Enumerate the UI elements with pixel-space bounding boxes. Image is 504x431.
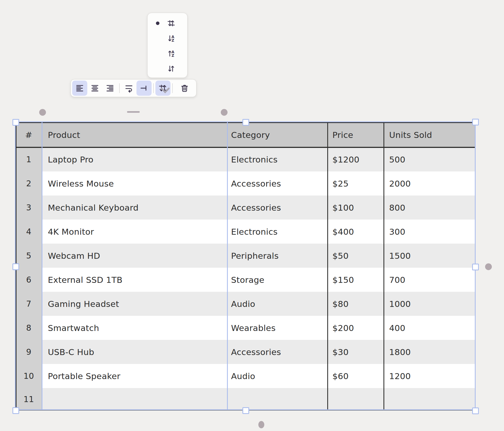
align-right-icon — [105, 84, 115, 93]
table-cell[interactable] — [227, 388, 328, 410]
table-cell[interactable]: Accessories — [227, 340, 328, 364]
table-cell[interactable]: Webcam HD — [42, 244, 227, 268]
table-column-toolbar — [71, 79, 196, 97]
resize-handle-top-left[interactable] — [12, 119, 19, 126]
table-cell[interactable]: Storage — [227, 268, 328, 292]
table-cell[interactable]: $30 — [328, 340, 384, 364]
table-cell[interactable]: Laptop Pro — [42, 147, 227, 171]
table-cell[interactable]: 4K Monitor — [42, 220, 227, 244]
table-cell[interactable]: Accessories — [227, 171, 328, 195]
row-number-cell[interactable]: 8 — [16, 316, 42, 340]
table-cell[interactable]: Audio — [227, 292, 328, 316]
sort-menu-item-reverse-order[interactable] — [148, 61, 187, 76]
selected-column-left-edge — [42, 122, 42, 410]
table-cell[interactable]: Peripherals — [227, 244, 328, 268]
row-number-cell[interactable]: 5 — [16, 244, 42, 268]
table-cell[interactable]: Electronics — [227, 220, 328, 244]
sort-menu-item-sort-descending[interactable]: AZ — [148, 46, 187, 61]
sort-menu-item-sort-ascending[interactable]: AZ — [148, 31, 187, 46]
table-cell[interactable]: Mechanical Keyboard — [42, 195, 227, 220]
table-header-cell[interactable]: Units Sold — [384, 122, 476, 147]
align-center-button[interactable] — [87, 81, 102, 96]
grip-dot-top-left[interactable] — [39, 109, 46, 116]
delete-button[interactable] — [177, 81, 192, 96]
table-cell[interactable]: $50 — [328, 244, 384, 268]
row-number-cell[interactable]: 4 — [16, 220, 42, 244]
align-left-icon — [75, 84, 84, 93]
resize-handle-bottom-right[interactable] — [472, 407, 479, 414]
svg-text:Z: Z — [172, 53, 174, 58]
align-center-icon — [90, 84, 99, 93]
table-cell[interactable]: USB-C Hub — [42, 340, 227, 364]
table-cell[interactable]: 1500 — [384, 244, 476, 268]
row-number-cell[interactable]: 7 — [16, 292, 42, 316]
grip-dot-right[interactable] — [485, 263, 492, 270]
table-cell[interactable]: $150 — [328, 268, 384, 292]
align-right-button[interactable] — [102, 81, 118, 96]
table-cell[interactable]: 500 — [384, 147, 476, 171]
chevron-down-icon — [161, 86, 170, 95]
text-wrap-button[interactable] — [121, 81, 136, 96]
sort-button[interactable] — [155, 81, 171, 96]
trash-icon — [180, 84, 189, 93]
resize-handle-bottom-middle[interactable] — [242, 407, 249, 414]
sort-menu-item-manual-order[interactable] — [148, 16, 187, 31]
table-cell[interactable] — [384, 388, 476, 410]
table-cell[interactable]: Gaming Headset — [42, 292, 227, 316]
table-cell[interactable]: $25 — [328, 171, 384, 195]
grip-dot-bottom[interactable] — [258, 421, 264, 428]
row-number-cell[interactable]: 1 — [16, 147, 42, 171]
table-cell[interactable]: 1800 — [384, 340, 476, 364]
resize-handle-middle-right[interactable] — [472, 264, 479, 270]
row-number-cell[interactable]: 3 — [16, 195, 42, 220]
row-number-cell[interactable]: 9 — [16, 340, 42, 364]
text-clip-button[interactable] — [136, 81, 152, 96]
table-cell[interactable]: Smartwatch — [42, 316, 227, 340]
table-cell[interactable]: Electronics — [227, 147, 328, 171]
resize-handle-middle-left[interactable] — [12, 263, 19, 270]
table-cell[interactable]: Accessories — [227, 195, 328, 220]
row-number-cell[interactable]: 2 — [16, 171, 42, 195]
table-cell[interactable]: $400 — [328, 220, 384, 244]
table-cell[interactable]: Wireless Mouse — [42, 171, 227, 195]
table-cell[interactable]: Portable Speaker — [42, 364, 227, 388]
resize-handle-bottom-left[interactable] — [12, 407, 19, 414]
table-cell[interactable]: $200 — [328, 316, 384, 340]
text-wrap-icon — [124, 84, 133, 93]
row-number-cell[interactable]: 10 — [16, 364, 42, 388]
table-cell[interactable]: Audio — [227, 364, 328, 388]
table-cell[interactable]: 1000 — [384, 292, 476, 316]
table-header-cell[interactable]: Product — [42, 122, 227, 147]
table-cell[interactable]: External SSD 1TB — [42, 268, 227, 292]
table-element[interactable]: #ProductCategoryPriceUnits Sold1Laptop P… — [16, 122, 476, 410]
column-drag-pill[interactable] — [127, 111, 140, 113]
table-cell[interactable]: 700 — [384, 268, 476, 292]
svg-text:Z: Z — [172, 38, 174, 42]
table-cell[interactable]: 400 — [384, 316, 476, 340]
sort-az-up-icon: AZ — [167, 49, 175, 58]
row-number-cell[interactable]: 11 — [16, 388, 42, 410]
resize-handle-top-right[interactable] — [472, 119, 479, 125]
table-header-cell[interactable]: # — [16, 122, 42, 147]
table-cell[interactable] — [42, 388, 227, 410]
table-header-cell[interactable]: Price — [328, 122, 384, 147]
row-number-cell[interactable]: 6 — [16, 268, 42, 292]
table-cell[interactable]: Wearables — [227, 316, 328, 340]
toolbar-divider — [172, 83, 173, 93]
whiteboard-canvas[interactable]: #ProductCategoryPriceUnits Sold1Laptop P… — [0, 0, 504, 431]
table-header-cell[interactable]: Category — [227, 122, 328, 147]
table-cell[interactable]: $80 — [328, 292, 384, 316]
resize-handle-top-middle[interactable] — [242, 119, 249, 126]
align-left-button[interactable] — [72, 81, 87, 96]
selected-bullet-icon — [156, 22, 159, 25]
table-cell[interactable]: $1200 — [328, 147, 384, 171]
table-cell[interactable]: $100 — [328, 195, 384, 220]
sort-swap-icon — [167, 19, 175, 28]
table-cell[interactable]: 1200 — [384, 364, 476, 388]
table-cell[interactable]: 2000 — [384, 171, 476, 195]
table-cell[interactable]: $60 — [328, 364, 384, 388]
table-cell[interactable]: 800 — [384, 195, 476, 220]
table-cell[interactable] — [328, 388, 384, 410]
table-cell[interactable]: 300 — [384, 220, 476, 244]
grip-dot-top-right[interactable] — [221, 109, 228, 116]
